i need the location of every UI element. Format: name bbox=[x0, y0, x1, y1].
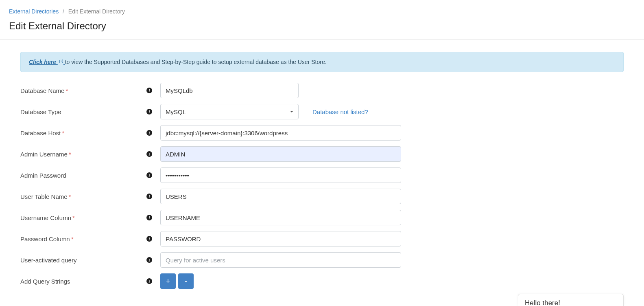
info-icon[interactable]: i bbox=[146, 151, 152, 157]
supported-db-link-text: Click here bbox=[29, 59, 56, 65]
info-icon[interactable]: i bbox=[146, 194, 152, 199]
required-marker: * bbox=[69, 151, 71, 158]
db-name-label: Database Name bbox=[20, 87, 64, 94]
db-host-input[interactable] bbox=[160, 125, 401, 141]
user-table-input[interactable] bbox=[160, 189, 401, 204]
required-marker: * bbox=[71, 236, 74, 242]
alert-text: to view the Supported Databases and Step… bbox=[65, 59, 327, 65]
db-type-label: Database Type bbox=[20, 108, 61, 115]
admin-pass-label: Admin Password bbox=[20, 172, 66, 179]
info-icon[interactable]: i bbox=[146, 88, 152, 93]
info-alert: Click here to view the Supported Databas… bbox=[20, 52, 624, 72]
pass-col-input[interactable] bbox=[160, 231, 401, 247]
info-icon[interactable]: i bbox=[146, 257, 152, 263]
user-col-label: Username Column bbox=[20, 214, 71, 221]
header-divider bbox=[0, 39, 644, 40]
admin-user-input[interactable] bbox=[160, 146, 401, 162]
user-table-label: User Table Name bbox=[20, 193, 68, 200]
db-not-listed-link[interactable]: Database not listed? bbox=[312, 108, 368, 115]
info-icon[interactable]: i bbox=[146, 130, 152, 136]
active-q-label: User-activated query bbox=[20, 257, 76, 264]
admin-user-label: Admin Username bbox=[20, 151, 68, 158]
info-icon[interactable]: i bbox=[146, 278, 152, 284]
db-host-label: Database Host bbox=[20, 130, 61, 136]
info-icon[interactable]: i bbox=[146, 109, 152, 114]
supported-db-link[interactable]: Click here bbox=[29, 59, 65, 65]
info-icon[interactable]: i bbox=[146, 236, 152, 242]
chat-widget[interactable]: Hello there! bbox=[518, 294, 624, 295]
breadcrumb: External Directories / Edit External Dir… bbox=[0, 0, 644, 18]
breadcrumb-current: Edit External Directory bbox=[68, 8, 125, 15]
pass-col-label: Password Column bbox=[20, 236, 70, 242]
info-icon[interactable]: i bbox=[146, 172, 152, 178]
breadcrumb-parent-link[interactable]: External Directories bbox=[9, 8, 59, 15]
db-type-select[interactable]: MySQL bbox=[160, 104, 299, 119]
info-icon[interactable]: i bbox=[146, 215, 152, 220]
admin-pass-input[interactable] bbox=[160, 167, 401, 183]
add-query-minus-button[interactable]: - bbox=[178, 273, 194, 289]
breadcrumb-separator: / bbox=[60, 8, 67, 15]
db-name-input[interactable] bbox=[160, 83, 299, 98]
required-marker: * bbox=[72, 214, 75, 221]
active-q-input[interactable] bbox=[160, 252, 401, 268]
page-title: Edit External Directory bbox=[9, 20, 635, 32]
required-marker: * bbox=[69, 193, 71, 200]
add-query-plus-button[interactable]: + bbox=[160, 273, 176, 289]
add-qs-label: Add Query Strings bbox=[20, 278, 70, 285]
user-col-input[interactable] bbox=[160, 210, 401, 225]
required-marker: * bbox=[65, 87, 68, 94]
external-link-icon bbox=[59, 59, 63, 64]
required-marker: * bbox=[62, 130, 64, 136]
